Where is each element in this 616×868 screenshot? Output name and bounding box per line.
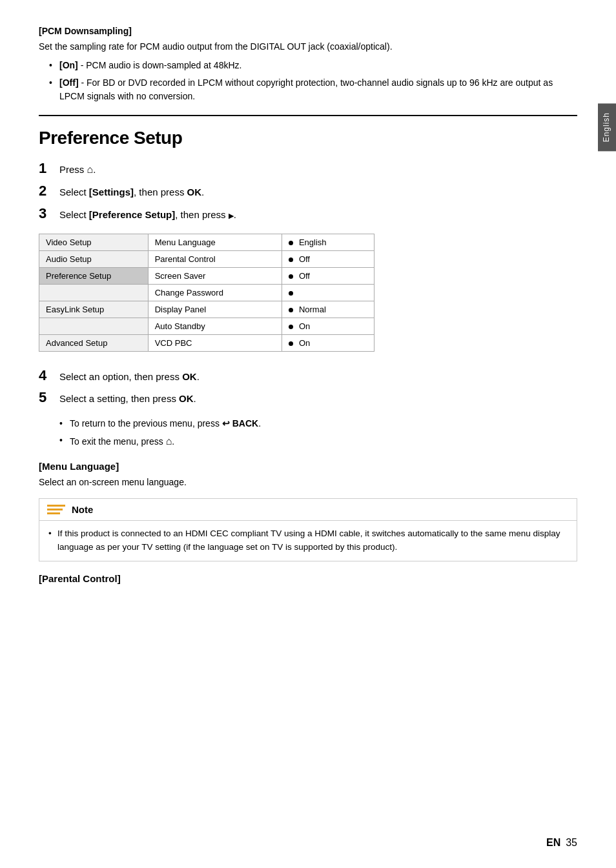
steps-4-5: 4 Select an option, then press OK. 5 Sel… [39, 367, 577, 407]
step-5: 5 Select a setting, then press OK. [39, 389, 577, 406]
footer-lang: EN [546, 837, 560, 849]
preference-setup-title: Preference Setup [39, 128, 577, 148]
step-2: 2 Select [Settings], then press OK. [39, 183, 577, 200]
option-vcd-pbc: VCD PBC [148, 335, 282, 352]
note-body: If this product is connected to an HDMI … [39, 521, 577, 561]
menu-language-heading: [Menu Language] [39, 461, 577, 472]
table-row: Auto Standby On [39, 318, 375, 335]
step-1-text: Press . [59, 162, 96, 177]
section-divider [39, 115, 577, 116]
step-5-number: 5 [39, 389, 59, 406]
option-parental-control: Parental Control [148, 251, 282, 268]
table-row: Advanced Setup VCD PBC On [39, 335, 375, 352]
sub-bullets: To return to the previous menu, press BA… [59, 417, 577, 449]
dot [289, 257, 293, 262]
nav-video-setup: Video Setup [39, 234, 149, 251]
dot [289, 241, 293, 245]
step-3-text: Select [Preference Setup], then press. [59, 208, 236, 223]
option-display-panel: Display Panel [148, 301, 282, 318]
note-box: Note If this product is connected to an … [39, 498, 577, 561]
dot [289, 291, 293, 296]
pcm-bullet-off: [Off] - For BD or DVD recorded in LPCM w… [49, 76, 577, 103]
option-change-password: Change Password [148, 285, 282, 301]
table-row: Change Password [39, 285, 375, 301]
nav-preference-setup: Preference Setup [39, 268, 149, 285]
table-row: Audio Setup Parental Control Off [39, 251, 375, 268]
table-row: EasyLink Setup Display Panel Normal [39, 301, 375, 318]
value-change-password [282, 285, 375, 301]
pcm-intro: Set the sampling rate for PCM audio outp… [39, 40, 577, 54]
settings-table: Video Setup Menu Language English Audio … [39, 234, 375, 352]
value-screen-saver: Off [282, 268, 375, 285]
note-line-2 [47, 509, 63, 510]
pcm-heading: [PCM Downsampling] [39, 26, 577, 36]
step-2-number: 2 [39, 183, 59, 199]
footer-page: 35 [566, 837, 577, 849]
value-parental-control: Off [282, 251, 375, 268]
nav-easylink-setup: EasyLink Setup [39, 301, 149, 318]
note-lines-icon [47, 505, 65, 514]
note-line-3 [47, 512, 60, 514]
value-auto-standby: On [282, 318, 375, 335]
pcm-bullets: [On] - PCM audio is down-sampled at 48kH… [49, 59, 577, 103]
note-header: Note [39, 499, 577, 521]
dot [289, 274, 293, 279]
note-title: Note [72, 504, 93, 515]
option-screen-saver: Screen Saver [148, 268, 282, 285]
parental-control-heading: [Parental Control] [39, 573, 577, 584]
step-4-text: Select an option, then press OK. [59, 371, 200, 382]
arrow-right-icon [229, 209, 234, 220]
dot [289, 308, 293, 312]
table-row: Video Setup Menu Language English [39, 234, 375, 251]
option-auto-standby: Auto Standby [148, 318, 282, 335]
pcm-on-text: - PCM audio is down-sampled at 48kHz. [81, 60, 242, 70]
pcm-on-label: [On] [59, 60, 78, 70]
pcm-off-text: - For BD or DVD recorded in LPCM without… [59, 77, 553, 101]
pcm-bullet-on: [On] - PCM audio is down-sampled at 48kH… [49, 59, 577, 72]
pcm-section: [PCM Downsampling] Set the sampling rate… [39, 26, 577, 103]
back-icon [222, 418, 230, 429]
home-icon-exit [166, 436, 172, 447]
nav-audio-setup: Audio Setup [39, 251, 149, 268]
pcm-off-label: [Off] [59, 77, 79, 88]
step-2-text: Select [Settings], then press OK. [59, 185, 204, 200]
step-1-number: 1 [39, 160, 59, 177]
menu-language-text: Select an on-screen menu language. [39, 476, 577, 489]
value-menu-language: English [282, 234, 375, 251]
home-icon-step1 [87, 164, 94, 175]
sub-bullet-exit: To exit the menu, press . [59, 434, 577, 449]
step-4: 4 Select an option, then press OK. [39, 367, 577, 384]
dot [289, 325, 293, 329]
note-line-1 [47, 505, 65, 507]
step-1: 1 Press . [39, 160, 577, 177]
step-5-text: Select a setting, then press OK. [59, 393, 196, 404]
preference-setup-section: Preference Setup 1 Press . 2 Select [Set… [39, 128, 577, 584]
value-display-panel: Normal [282, 301, 375, 318]
value-vcd-pbc: On [282, 335, 375, 352]
steps-1-3: 1 Press . 2 Select [Settings], then pres… [39, 160, 577, 222]
nav-empty-2 [39, 318, 149, 335]
note-bullet-1: If this product is connected to an HDMI … [48, 527, 568, 554]
page-footer: EN 35 [0, 837, 616, 849]
option-menu-language: Menu Language [148, 234, 282, 251]
sub-bullet-back: To return to the previous menu, press BA… [59, 417, 577, 430]
nav-empty-1 [39, 285, 149, 301]
page-container: English [PCM Downsampling] Set the sampl… [0, 0, 616, 868]
step-3-number: 3 [39, 205, 59, 222]
nav-advanced-setup: Advanced Setup [39, 335, 149, 352]
dot [289, 341, 293, 346]
step-3: 3 Select [Preference Setup], then press. [39, 205, 577, 223]
step-4-number: 4 [39, 367, 59, 384]
table-row: Preference Setup Screen Saver Off [39, 268, 375, 285]
side-tab: English [598, 103, 616, 151]
